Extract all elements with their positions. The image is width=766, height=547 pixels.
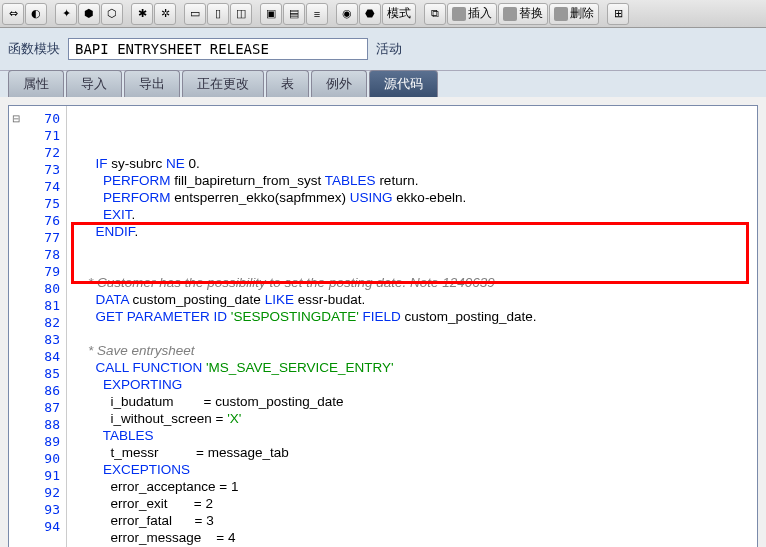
tb-pretty-icon[interactable]: ⧉ — [424, 3, 446, 25]
tab-源代码[interactable]: 源代码 — [369, 70, 438, 97]
tb-replace-label: 替换 — [519, 5, 543, 22]
tb-next-icon[interactable]: ▤ — [283, 3, 305, 25]
tab-strip: 属性导入导出正在更改表例外源代码 — [0, 71, 766, 97]
line-number: 84 — [23, 349, 66, 364]
code-line[interactable] — [73, 240, 757, 257]
code-line[interactable] — [73, 325, 757, 342]
tb-display-icon[interactable]: ⬢ — [78, 3, 100, 25]
line-gutter: ⊟707172737475767778798081828384858687888… — [9, 106, 67, 547]
function-module-input[interactable] — [68, 38, 368, 60]
tb-copy-icon[interactable]: ▯ — [207, 3, 229, 25]
line-number: 87 — [23, 400, 66, 415]
tb-replace-group[interactable]: 替换 — [498, 3, 548, 25]
tb-delete-label: 删除 — [570, 5, 594, 22]
code-line[interactable]: error_acceptance = 1 — [73, 478, 757, 495]
tb-insert-label: 插入 — [468, 5, 492, 22]
line-number: 79 — [23, 264, 66, 279]
code-line[interactable] — [73, 257, 757, 274]
tb-check-icon[interactable]: ⇔ — [2, 3, 24, 25]
code-line[interactable]: error_exit = 2 — [73, 495, 757, 512]
line-number: 81 — [23, 298, 66, 313]
tb-other-icon[interactable]: ⬡ — [101, 3, 123, 25]
code-line[interactable]: PERFORM entsperren_ekko(sapfmmex) USING … — [73, 189, 757, 206]
tb-delete-group[interactable]: 删除 — [549, 3, 599, 25]
line-number: 82 — [23, 315, 66, 330]
code-line[interactable]: error_message = 4 — [73, 529, 757, 546]
code-line[interactable]: EXPORTING — [73, 376, 757, 393]
code-line[interactable]: DATA custom_posting_date LIKE essr-budat… — [73, 291, 757, 308]
code-line[interactable]: i_budatum = custom_posting_date — [73, 393, 757, 410]
code-line[interactable]: * Save entrysheet — [73, 342, 757, 359]
line-number: 93 — [23, 502, 66, 517]
tb-help-icon[interactable]: ⊞ — [607, 3, 629, 25]
tb-whereused-icon[interactable]: ✦ — [55, 3, 77, 25]
tb-findnext-icon[interactable]: ✲ — [154, 3, 176, 25]
code-line[interactable]: EXIT. — [73, 206, 757, 223]
replace-icon — [503, 7, 517, 21]
line-number: 77 — [23, 230, 66, 245]
insert-icon — [452, 7, 466, 21]
main-toolbar: ⇔ ◐ ✦ ⬢ ⬡ ✱ ✲ ▭ ▯ ◫ ▣ ▤ ≡ ◉ ⬣ 模式 ⧉ 插入 替换… — [0, 0, 766, 28]
line-number: 86 — [23, 383, 66, 398]
tb-breakpoint-icon[interactable]: ◉ — [336, 3, 358, 25]
tab-例外[interactable]: 例外 — [311, 70, 367, 97]
tb-paste-icon[interactable]: ◫ — [230, 3, 252, 25]
code-line[interactable]: CALL FUNCTION 'MS_SAVE_SERVICE_ENTRY' — [73, 359, 757, 376]
line-number: 91 — [23, 468, 66, 483]
code-line[interactable]: EXCEPTIONS — [73, 461, 757, 478]
function-status: 活动 — [376, 40, 402, 58]
tb-cut-icon[interactable]: ▭ — [184, 3, 206, 25]
tb-mode-label: 模式 — [387, 5, 411, 22]
line-number: 92 — [23, 485, 66, 500]
tab-属性[interactable]: 属性 — [8, 70, 64, 97]
line-number: 70 — [23, 111, 66, 126]
line-number: 88 — [23, 417, 66, 432]
code-line[interactable]: i_without_screen = 'X' — [73, 410, 757, 427]
line-number: 75 — [23, 196, 66, 211]
tab-表[interactable]: 表 — [266, 70, 309, 97]
tb-pattern-icon[interactable]: ⬣ — [359, 3, 381, 25]
line-number: 71 — [23, 128, 66, 143]
tb-mode-group[interactable]: 模式 — [382, 3, 416, 25]
line-number: 89 — [23, 434, 66, 449]
code-line[interactable]: t_messr = message_tab — [73, 444, 757, 461]
code-area[interactable]: IF sy-subrc NE 0. PERFORM fill_bapiretur… — [67, 106, 757, 547]
function-bar: 函数模块 活动 — [0, 28, 766, 71]
line-number: 83 — [23, 332, 66, 347]
line-number: 78 — [23, 247, 66, 262]
line-number: 90 — [23, 451, 66, 466]
tab-导出[interactable]: 导出 — [124, 70, 180, 97]
code-line[interactable]: TABLES — [73, 427, 757, 444]
line-number: 85 — [23, 366, 66, 381]
function-module-label: 函数模块 — [8, 40, 60, 58]
line-number: 73 — [23, 162, 66, 177]
line-number: 72 — [23, 145, 66, 160]
tb-find-icon[interactable]: ✱ — [131, 3, 153, 25]
code-line[interactable]: * Customer has the possibility to set th… — [73, 274, 757, 291]
line-number: 80 — [23, 281, 66, 296]
delete-icon — [554, 7, 568, 21]
code-editor: ⊟707172737475767778798081828384858687888… — [8, 105, 758, 547]
tb-activate-icon[interactable]: ◐ — [25, 3, 47, 25]
line-number: 94 — [23, 519, 66, 534]
tb-prev-icon[interactable]: ▣ — [260, 3, 282, 25]
code-line[interactable]: PERFORM fill_bapireturn_from_syst TABLES… — [73, 172, 757, 189]
code-line[interactable]: IF sy-subrc NE 0. — [73, 155, 757, 172]
code-line[interactable]: ENDIF. — [73, 223, 757, 240]
code-line[interactable]: GET PARAMETER ID 'SESPOSTINGDATE' FIELD … — [73, 308, 757, 325]
line-number: 74 — [23, 179, 66, 194]
tab-导入[interactable]: 导入 — [66, 70, 122, 97]
tab-正在更改[interactable]: 正在更改 — [182, 70, 264, 97]
line-number: 76 — [23, 213, 66, 228]
code-line[interactable]: error_fatal = 3 — [73, 512, 757, 529]
tb-insert-group[interactable]: 插入 — [447, 3, 497, 25]
tb-list-icon[interactable]: ≡ — [306, 3, 328, 25]
